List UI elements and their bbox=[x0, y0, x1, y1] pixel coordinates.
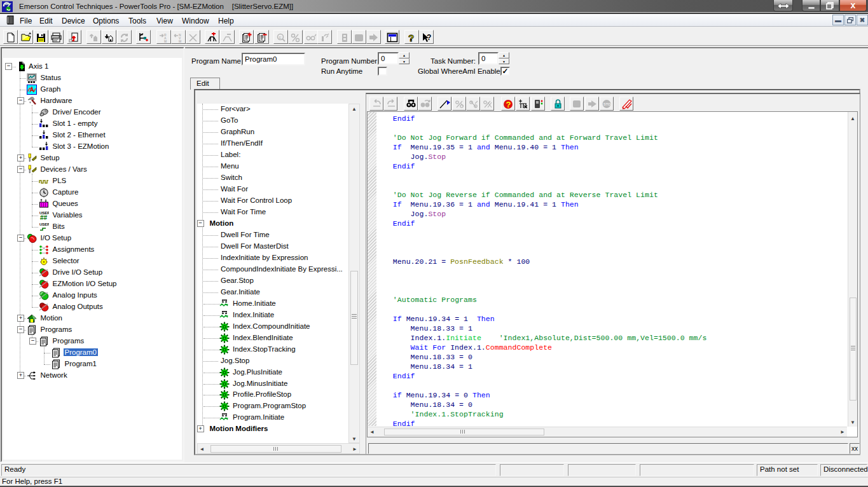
svg-text:USER: USER bbox=[39, 223, 49, 226]
svg-text:M: M bbox=[179, 39, 181, 43]
svg-text:?: ? bbox=[506, 100, 511, 109]
svg-text:E: E bbox=[279, 36, 282, 39]
svg-text:##: ## bbox=[40, 214, 48, 221]
svg-text:STO: STO bbox=[603, 102, 611, 106]
svg-text:?: ? bbox=[427, 33, 431, 42]
svg-text:?: ? bbox=[408, 32, 414, 43]
svg-text:M: M bbox=[164, 39, 167, 43]
